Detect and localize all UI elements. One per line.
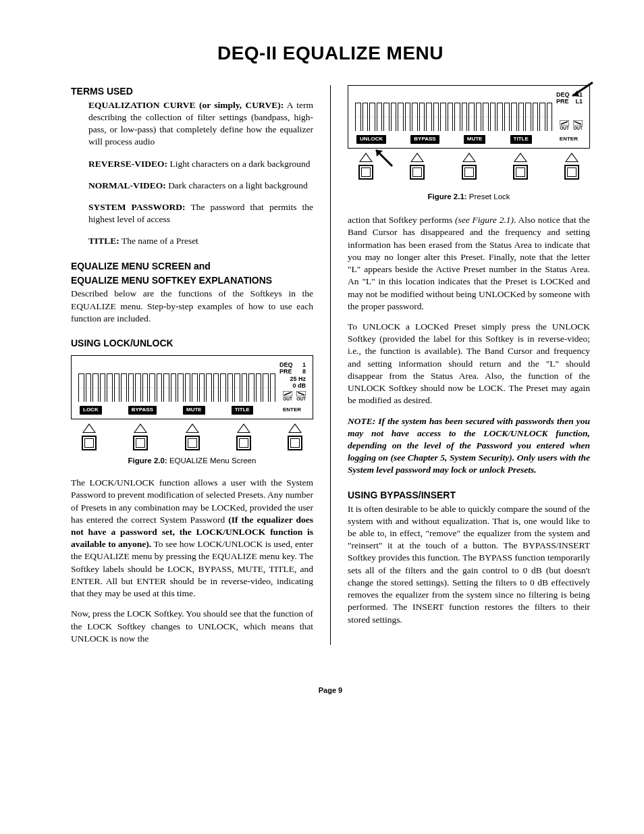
up-button-icon [410, 153, 424, 162]
up-button-icon [514, 153, 527, 162]
bypass-body: It is often desirable to be able to quic… [348, 503, 590, 626]
left-column: TERMS USED EQUALIZATION CURVE (or simply… [71, 85, 313, 645]
figure-2-0: document.write(Array.from({length:28}).m… [71, 355, 313, 466]
term-name: EQUALIZATION CURVE (or simply, CURVE): [88, 100, 284, 110]
eq-graph: document.write(Array.from({length:28}).m… [355, 95, 552, 131]
terms-heading: TERMS USED [71, 85, 313, 98]
right-p2: To UNLOCK a LOCKed Preset simply press t… [348, 321, 590, 407]
out-right-icon: OUT [573, 120, 583, 130]
status-area: DEQ1 PRE8 25 Hz 0 dB OUT OUT [275, 361, 306, 402]
fig-caption-bold: Figure 2.1: [427, 192, 466, 201]
right-p1a: action that Softkey performs [348, 215, 455, 225]
softkey-bypass: BYPASS [410, 135, 439, 144]
term-name: TITLE: [88, 236, 119, 246]
out-right-icon: OUT [296, 391, 306, 401]
softkey-mute: MUTE [183, 406, 205, 415]
out-left-icon: OUT [560, 120, 569, 130]
term-name: NORMAL-VIDEO: [88, 180, 166, 190]
bypass-heading: USING BYPASS/INSERT [348, 489, 590, 502]
up-button-icon [134, 423, 147, 433]
softkey-enter: ENTER [556, 135, 581, 144]
term-body: Dark characters on a light background [168, 180, 308, 190]
right-p1-ital: (see Figure 2.1) [455, 215, 514, 225]
lock-unlock-heading: USING LOCK/UNLOCK [71, 337, 313, 350]
term-name: SYSTEM PASSWORD: [88, 202, 186, 212]
square-button-icon [133, 436, 148, 450]
page-number: Page 9 [71, 685, 590, 696]
column-divider [330, 85, 331, 645]
out-left-icon: OUT [283, 391, 292, 401]
up-button-icon [462, 153, 476, 162]
arrow-icon [567, 81, 594, 108]
square-button-icon [513, 165, 528, 180]
softkey-title: TITLE [232, 406, 253, 415]
fig-caption-bold: Figure 2.0: [128, 457, 167, 465]
fig-caption-rest: EQUALIZE Menu Screen [167, 457, 257, 465]
square-button-icon [82, 436, 97, 450]
fig-caption-rest: Preset Lock [467, 192, 510, 201]
square-button-icon [410, 165, 425, 180]
eq-menu-heading-2: EQUALIZE MENU SOFTKEY EXPLANATIONS [71, 274, 313, 287]
up-button-icon [186, 423, 199, 433]
term-name: REVERSE-VIDEO: [88, 159, 167, 169]
square-button-icon [185, 436, 200, 450]
softkey-unlock: UNLOCK [356, 135, 386, 144]
right-note: NOTE: If the system has been secured wit… [348, 415, 590, 477]
figure-2-1: document.write(Array.from({length:28}).m… [348, 85, 590, 202]
eq-menu-heading: EQUALIZE MENU SCREEN and [71, 260, 313, 273]
softkey-mute: MUTE [464, 135, 486, 144]
up-button-icon [82, 423, 96, 433]
square-button-icon [358, 165, 373, 180]
square-button-icon [462, 165, 477, 180]
softkey-title: TITLE [510, 135, 532, 144]
up-button-icon [288, 423, 302, 433]
square-button-icon [288, 436, 302, 450]
right-p1b: . Also notice that the Band Cursor has d… [348, 215, 590, 311]
arrow-icon [371, 145, 394, 167]
page-title: DEQ-II EQUALIZE MENU [71, 41, 590, 66]
softkey-bypass: BYPASS [128, 406, 157, 415]
eq-graph: document.write(Array.from({length:28}).m… [78, 365, 275, 402]
up-button-icon [359, 153, 373, 162]
right-column: document.write(Array.from({length:28}).m… [348, 85, 590, 645]
square-button-icon [564, 165, 579, 180]
softkey-enter: ENTER [279, 406, 304, 415]
term-body: Light characters on a dark background [169, 159, 310, 169]
square-button-icon [236, 436, 251, 450]
term-body: The name of a Preset [122, 236, 198, 246]
up-button-icon [237, 423, 250, 433]
softkey-lock: LOCK [80, 406, 102, 415]
eq-menu-body: Described below are the functions of the… [71, 288, 313, 325]
lock-p2: Now, press the LOCK Softkey. You should … [71, 608, 313, 645]
up-button-icon [565, 153, 579, 162]
